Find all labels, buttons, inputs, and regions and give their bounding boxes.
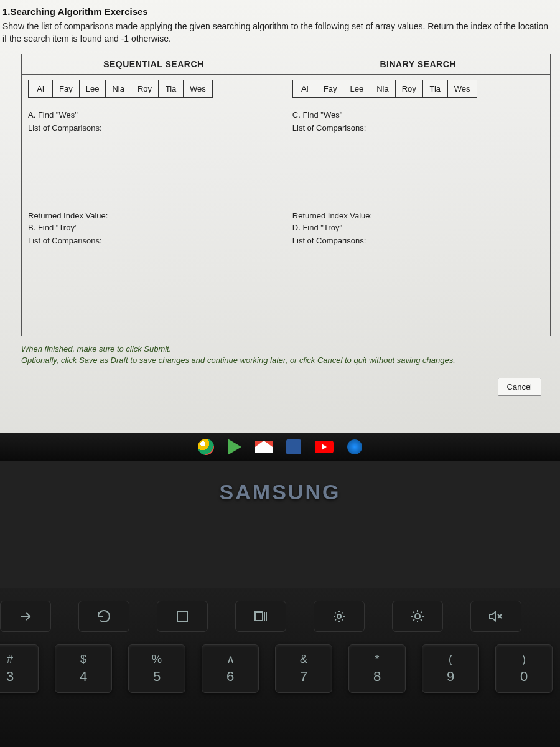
task-d-label: D. Find "Troy"	[292, 223, 544, 232]
array-cell: Al	[292, 80, 317, 98]
key-0: ) 0	[495, 644, 553, 693]
key-8: * 8	[348, 644, 406, 693]
key-4: $ 4	[55, 644, 112, 693]
comparisons-label-b: List of Comparisons:	[28, 236, 279, 245]
comparisons-label-a: List of Comparisons:	[28, 123, 279, 133]
array-cell: Fay	[317, 80, 344, 98]
comparisons-label-c: List of Comparisons:	[292, 123, 544, 133]
task-c-label: C. Find "Wes"	[292, 110, 544, 120]
search-exercise-table: SEQUENTIAL SEARCH BINARY SEARCH Al Fay L…	[21, 54, 551, 336]
task-a-label: A. Find "Wes"	[28, 110, 279, 120]
sequential-cell: Al Fay Lee Nia Roy Tia Wes A. Find "Wes"…	[22, 75, 286, 336]
exercise-title: 1.Searching Algorithm Exercises	[2, 6, 554, 17]
worksheet-screen: 1.Searching Algorithm Exercises Show the…	[0, 0, 560, 433]
forward-key-icon	[0, 601, 51, 632]
svg-point-5	[415, 614, 420, 619]
array-cell: Wes	[184, 80, 213, 98]
array-cell: Tia	[159, 80, 184, 98]
play-icon[interactable]	[228, 439, 241, 455]
binary-cell: Al Fay Lee Nia Roy Tia Wes C. Find "Wes"…	[286, 75, 550, 336]
brightness-down-key-icon	[314, 601, 365, 632]
fullscreen-key-icon	[157, 601, 208, 632]
array-row-right: Al Fay Lee Nia Roy Tia Wes	[292, 80, 544, 98]
svg-rect-1	[255, 612, 263, 621]
os-taskbar	[0, 433, 560, 461]
returned-index-c: Returned Index Value:	[292, 211, 544, 220]
array-cell: Lee	[343, 80, 370, 98]
array-cell: Roy	[396, 80, 423, 98]
array-cell: Tia	[423, 80, 448, 98]
svg-point-4	[337, 614, 341, 618]
refresh-key-icon	[78, 601, 129, 632]
key-5: % 5	[128, 644, 185, 693]
task-b-label: B. Find "Troy"	[28, 223, 279, 232]
array-cell: Wes	[448, 80, 477, 98]
comparisons-label-d: List of Comparisons:	[292, 236, 544, 245]
overview-key-icon	[235, 601, 286, 632]
key-9: ( 9	[422, 644, 479, 693]
array-cell: Roy	[131, 80, 159, 98]
header-binary: BINARY SEARCH	[286, 54, 550, 75]
brightness-up-key-icon	[392, 601, 443, 632]
youtube-icon[interactable]	[315, 441, 334, 453]
word-icon[interactable]	[286, 439, 301, 454]
array-cell: Fay	[53, 80, 80, 98]
key-7: & 7	[275, 644, 332, 693]
mute-key-icon	[470, 601, 521, 632]
array-cell: Nia	[106, 80, 131, 98]
chrome-icon[interactable]	[198, 439, 214, 455]
monitor-bezel: SAMSUNG	[0, 461, 560, 523]
header-sequential: SEQUENTIAL SEARCH	[22, 54, 286, 75]
key-6: ∧ 6	[202, 644, 259, 693]
submission-instructions: When finished, make sure to click Submit…	[21, 344, 554, 366]
array-cell: Lee	[80, 80, 106, 98]
gmail-icon[interactable]	[255, 441, 273, 453]
number-key-row: # 3 $ 4 % 5 ∧ 6 & 7 * 8 ( 9 ) 0	[0, 644, 554, 693]
returned-index-a: Returned Index Value:	[28, 211, 279, 220]
array-cell: Al	[28, 80, 53, 98]
key-3: # 3	[0, 644, 39, 693]
samsung-logo: SAMSUNG	[220, 480, 341, 504]
function-key-row	[0, 601, 554, 632]
exercise-description: Show the list of comparisons made applyi…	[2, 21, 554, 45]
array-row-left: Al Fay Lee Nia Roy Tia Wes	[28, 80, 279, 98]
physical-keyboard: # 3 $ 4 % 5 ∧ 6 & 7 * 8 ( 9 ) 0	[0, 588, 560, 747]
files-icon[interactable]	[347, 439, 362, 454]
instruction-line-1: When finished, make sure to click Submit…	[21, 344, 554, 355]
instruction-line-2: Optionally, click Save as Draft to save …	[21, 355, 554, 366]
array-cell: Nia	[370, 80, 396, 98]
cancel-button[interactable]: Cancel	[498, 378, 541, 396]
